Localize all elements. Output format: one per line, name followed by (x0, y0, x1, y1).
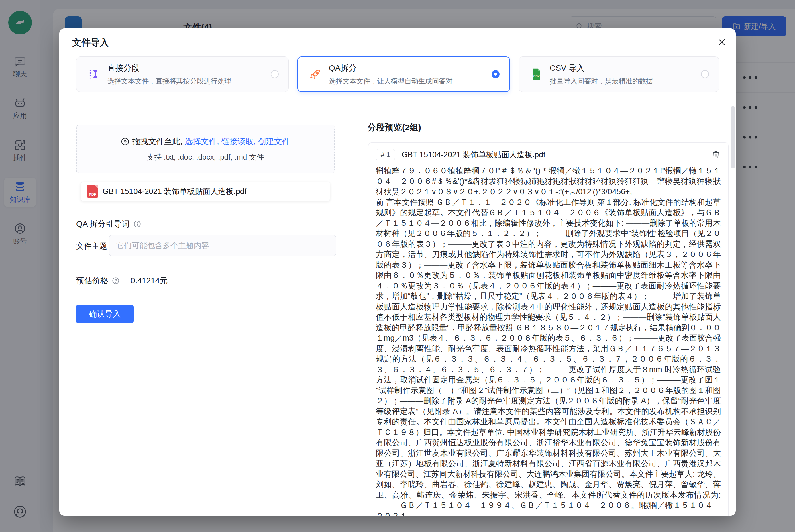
mode-desc: 选择文本文件，让大模型自动生成问答对 (329, 76, 492, 86)
dropzone-text: 拖拽文件至此, (132, 136, 183, 147)
mode-card-qa-split[interactable]: QA拆分 选择文本文件，让大模型自动生成问答对 (297, 56, 510, 92)
file-import-modal: 文件导入 直接分段 选择文本文件，直接将其按分段进行处理 QA拆分 选择文本文件… (59, 28, 736, 516)
qa-prompt-row: QA 拆分引导词 (76, 218, 141, 229)
mode-title: QA拆分 (329, 63, 492, 74)
screen: 聊天 应用 插件 知识库 账号 (0, 0, 795, 532)
mode-radio-selected[interactable] (492, 70, 500, 78)
split-lines-icon (87, 67, 101, 81)
qa-prompt-label: QA 拆分引导词 (76, 218, 130, 229)
uploaded-file-name: GBT 15104-2021 装饰单板贴面人造板.pdf (102, 186, 246, 196)
info-icon[interactable] (133, 220, 141, 228)
mode-desc: 选择文本文件，直接将其按分段进行处理 (108, 76, 271, 86)
chunk-text[interactable]: 犐犆犛７９．０６０犆犆犛犅７０!"＃＄％＆''()＊犌犅／犜１５１０４—２０２１… (376, 166, 721, 516)
rocket-icon (308, 67, 323, 81)
question-icon[interactable] (112, 277, 120, 285)
create-file-link[interactable]: 创建文件 (258, 136, 290, 147)
modal-title: 文件导入 (72, 36, 109, 49)
mode-radio-unselected[interactable] (271, 70, 279, 78)
mode-card-csv-import[interactable]: CSV CSV 导入 批量导入问答对，是最精准的数据 (518, 56, 719, 92)
file-dropzone[interactable]: 拖拽文件至此, 选择文件, 链接读取, 创建文件 支持 .txt, .doc, … (76, 125, 335, 173)
topic-label: 文件主题 (76, 241, 107, 251)
price-value: 0.41214元 (131, 275, 168, 286)
trash-icon[interactable] (711, 150, 721, 159)
upload-icon (120, 137, 130, 146)
pdf-file-icon: PDF (87, 185, 98, 198)
mode-card-direct-split[interactable]: 直接分段 选择文本文件，直接将其按分段进行处理 (76, 56, 289, 92)
preview-chunk-card: # 1 GBT 15104-2021 装饰单板贴面人造板.pdf 犐犆犛７９．０… (368, 142, 728, 516)
supported-formats-text: 支持 .txt, .doc, .docx, .pdf, .md 文件 (147, 152, 264, 162)
price-row: 预估价格 0.41214元 (76, 275, 168, 286)
modal-scrollbar-thumb[interactable] (731, 106, 735, 168)
preview-chunk-header: # 1 GBT 15104-2021 装饰单板贴面人造板.pdf (376, 148, 721, 162)
uploaded-file-item[interactable]: PDF GBT 15104-2021 装饰单板贴面人造板.pdf (80, 182, 330, 201)
topic-input[interactable] (109, 235, 336, 256)
confirm-import-button[interactable]: 确认导入 (76, 305, 133, 323)
mode-title: CSV 导入 (550, 63, 701, 74)
chunk-file-name: GBT 15104-2021 装饰单板贴面人造板.pdf (401, 150, 705, 160)
mode-desc: 批量导入问答对，是最精准的数据 (550, 76, 701, 86)
select-file-link[interactable]: 选择文件, (185, 136, 219, 147)
mode-title: 直接分段 (108, 63, 271, 74)
preview-title: 分段预览(2组) (367, 122, 421, 133)
svg-text:CSV: CSV (533, 75, 540, 78)
mode-radio-unselected[interactable] (701, 70, 709, 78)
price-label: 预估价格 (76, 275, 108, 286)
csv-file-icon: CSV (529, 67, 544, 81)
chunk-index-badge: # 1 (376, 149, 395, 160)
link-read-link[interactable]: 链接读取, (222, 136, 256, 147)
modal-divider (59, 108, 736, 108)
close-icon[interactable] (715, 35, 728, 49)
